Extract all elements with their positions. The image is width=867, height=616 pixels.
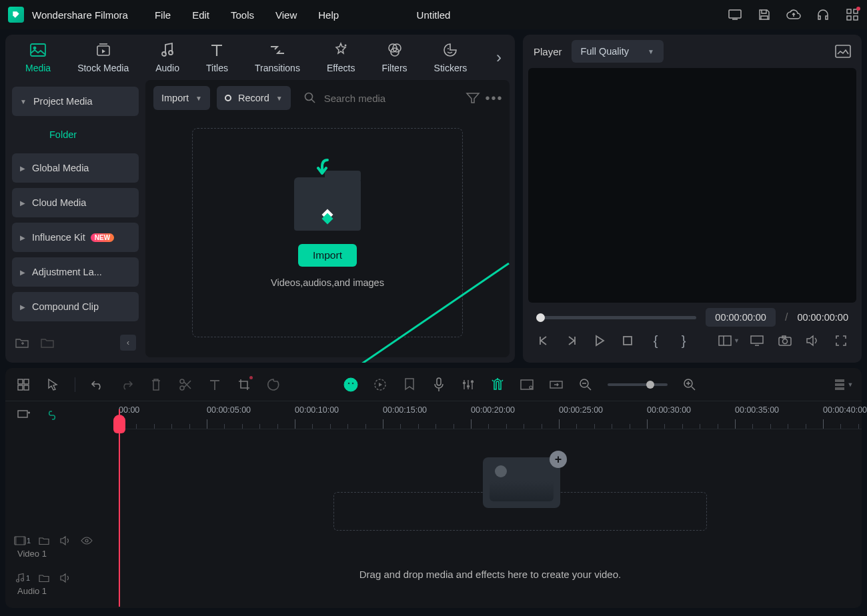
record-dropdown[interactable]: Record▼ xyxy=(217,86,291,110)
zoom-in-icon[interactable] xyxy=(682,377,697,392)
menu-file[interactable]: File xyxy=(155,9,171,21)
crop-icon[interactable] xyxy=(237,377,251,392)
record-icon xyxy=(225,95,231,101)
delete-icon[interactable] xyxy=(149,377,163,392)
display-icon[interactable] xyxy=(728,8,742,21)
svg-point-9 xyxy=(162,52,166,56)
cloud-icon[interactable] xyxy=(787,8,800,21)
sidebar-adjustment-layer[interactable]: ▶Adjustment La... xyxy=(12,257,139,287)
track-mute-icon[interactable] xyxy=(60,535,71,546)
tab-titles[interactable]: Titles xyxy=(206,41,228,73)
track-folder-icon[interactable] xyxy=(39,573,49,583)
prev-frame-icon[interactable] xyxy=(536,333,551,348)
tab-transitions[interactable]: Transitions xyxy=(255,41,300,73)
menu-tools[interactable]: Tools xyxy=(231,9,254,21)
tab-stock-media[interactable]: Stock Media xyxy=(77,41,129,73)
panels-icon[interactable] xyxy=(16,377,31,392)
fit-icon[interactable] xyxy=(520,377,534,392)
next-frame-icon[interactable] xyxy=(564,333,579,348)
svg-point-28 xyxy=(783,339,788,344)
sidebar-cloud-media[interactable]: ▶Cloud Media xyxy=(12,188,139,217)
tab-stickers[interactable]: Stickers xyxy=(434,41,468,73)
track-folder-icon[interactable] xyxy=(39,535,49,546)
undo-icon[interactable] xyxy=(90,377,105,392)
time-total: 00:00:00:00 xyxy=(797,312,848,323)
menu-view[interactable]: View xyxy=(275,9,297,21)
tab-audio[interactable]: Audio xyxy=(155,41,179,73)
headset-icon[interactable] xyxy=(816,8,830,21)
cursor-icon[interactable] xyxy=(45,377,60,392)
filter-icon[interactable] xyxy=(466,91,480,105)
monitor-icon[interactable] xyxy=(750,333,764,348)
timeline-tracks[interactable]: + Drag and drop media and effects here t… xyxy=(119,429,862,608)
track-head-video1[interactable]: 1 Video 1 xyxy=(5,528,119,565)
svg-rect-23 xyxy=(719,336,731,345)
filters-icon xyxy=(386,41,403,59)
track-mute-icon[interactable] xyxy=(60,573,71,583)
sidebar-global-media[interactable]: ▶Global Media xyxy=(12,153,139,183)
search-input[interactable] xyxy=(324,93,459,104)
menu-edit[interactable]: Edit xyxy=(192,9,209,21)
camera-icon[interactable] xyxy=(778,333,792,348)
ai-icon[interactable] xyxy=(343,377,358,392)
tab-effects[interactable]: Effects xyxy=(327,41,355,73)
tabs-more-icon[interactable]: › xyxy=(496,48,502,67)
svg-point-63 xyxy=(21,578,23,581)
ripple-icon[interactable] xyxy=(549,377,564,392)
playback-scrubber[interactable] xyxy=(536,316,696,319)
tab-media[interactable]: Media xyxy=(25,41,51,73)
playhead[interactable] xyxy=(119,409,120,607)
player-panel: Player Full Quality▼ 00:00:00:00 / 00:00… xyxy=(523,35,862,363)
marker-icon[interactable] xyxy=(402,377,417,392)
layout-icon[interactable]: ▼ xyxy=(722,333,736,348)
timeline-ruler[interactable]: 00:0000:00:05:0000:00:10:0000:00:15:0000… xyxy=(119,401,862,429)
redo-icon[interactable] xyxy=(119,377,134,392)
search-icon[interactable] xyxy=(303,91,317,105)
volume-icon[interactable] xyxy=(806,333,820,348)
snapshot-icon[interactable] xyxy=(835,45,851,58)
import-dropzone[interactable]: Import Videos,audios,and images xyxy=(192,128,463,337)
sidebar-project-media[interactable]: ▼Project Media xyxy=(12,87,139,116)
svg-rect-30 xyxy=(18,379,23,384)
preview-viewport[interactable] xyxy=(528,68,856,303)
mic-icon[interactable] xyxy=(431,377,446,392)
track-visibility-icon[interactable] xyxy=(81,535,92,546)
zoom-out-icon[interactable] xyxy=(578,377,593,392)
menu-help[interactable]: Help xyxy=(318,9,339,21)
track-height-icon[interactable]: ▼ xyxy=(836,377,851,392)
sidebar-compound-clip[interactable]: ▶Compound Clip xyxy=(12,292,139,321)
fullscreen-icon[interactable] xyxy=(834,333,848,348)
new-folder-icon[interactable] xyxy=(15,335,29,350)
import-dropdown[interactable]: Import▼ xyxy=(153,86,210,110)
link-icon[interactable] xyxy=(45,409,59,422)
speed-icon[interactable] xyxy=(373,377,387,392)
track-head-audio1[interactable]: 1 Audio 1 xyxy=(5,565,119,603)
play-icon[interactable] xyxy=(592,333,607,348)
sidebar-influence-kit[interactable]: ▶Influence KitNEW xyxy=(12,223,139,252)
add-media-icon[interactable]: + xyxy=(550,451,567,468)
stop-icon[interactable] xyxy=(620,333,635,348)
svg-rect-55 xyxy=(835,383,844,386)
text-icon[interactable] xyxy=(207,377,222,392)
split-icon[interactable] xyxy=(178,377,193,392)
color-icon[interactable] xyxy=(266,377,281,392)
menu-bar: File Edit Tools View Help xyxy=(155,9,339,21)
collapse-sidebar-icon[interactable]: ‹ xyxy=(120,335,136,351)
mark-out-icon[interactable]: } xyxy=(676,333,691,348)
apps-icon[interactable] xyxy=(846,8,859,21)
zoom-slider[interactable] xyxy=(608,383,668,386)
more-icon[interactable]: ••• xyxy=(487,91,502,105)
add-track-icon[interactable] xyxy=(17,409,31,422)
save-icon[interactable] xyxy=(758,8,771,21)
svg-rect-41 xyxy=(463,382,466,384)
folder-icon[interactable] xyxy=(40,335,55,350)
mark-in-icon[interactable]: { xyxy=(648,333,663,348)
quality-dropdown[interactable]: Full Quality▼ xyxy=(572,40,664,63)
time-current: 00:00:00:00 xyxy=(706,308,776,327)
svg-point-35 xyxy=(180,386,184,390)
sidebar-folder[interactable]: Folder xyxy=(12,121,139,148)
tab-filters[interactable]: Filters xyxy=(381,41,407,73)
import-button[interactable]: Import xyxy=(298,244,357,267)
mixer-icon[interactable] xyxy=(461,377,476,392)
magnetic-icon[interactable] xyxy=(490,377,505,392)
